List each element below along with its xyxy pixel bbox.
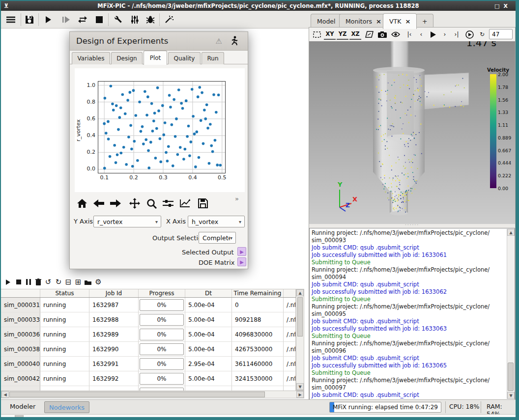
next-frame-icon[interactable]: › [439, 29, 451, 40]
panel-splitter[interactable]: ······ [309, 224, 515, 228]
table-row[interactable]: sim_000040running16329910%2.95e-04361146… [1, 357, 296, 371]
save-figure-icon[interactable] [196, 196, 210, 211]
close-button[interactable]: X [504, 3, 512, 9]
menu-icon[interactable] [4, 13, 18, 27]
nodeworks-mode-button[interactable]: Nodeworks [44, 401, 89, 413]
scroll-down-icon[interactable]: ▼ [296, 383, 304, 390]
table-row[interactable]: sim_000033running16329880%5.00e-04909218… [1, 312, 296, 327]
visibility-eye-icon[interactable] [390, 29, 402, 40]
queue-stop-icon[interactable] [14, 277, 24, 287]
undo-icon[interactable]: ↺ [43, 277, 53, 287]
doe-dialog[interactable]: Design of Experiments ⚠ VariablesDesignP… [69, 31, 248, 269]
first-frame-icon[interactable]: |‹ [404, 29, 415, 40]
scrollbar-thumb[interactable] [9, 392, 265, 397]
play-frames-icon[interactable] [427, 29, 439, 40]
table-row[interactable]: sim_000031running16329870%5.00e-040/.nf [1, 298, 296, 312]
camera-icon[interactable] [376, 29, 388, 40]
step-play-icon[interactable] [59, 13, 73, 27]
perspective-icon[interactable] [363, 29, 375, 40]
vtk-3d-view[interactable]: 1.47 s Velocity 2.001.781.561.331.110.88… [309, 41, 515, 224]
log-scrollbar[interactable]: ▲ ▼ [507, 229, 514, 399]
scroll-right-icon[interactable]: ▶ [296, 391, 304, 398]
delete-icon[interactable] [33, 277, 43, 287]
log-console[interactable]: Running project: /.nfs/home/3/jweber/mfi… [309, 228, 515, 400]
previous-frame-icon[interactable]: ‹ [415, 29, 427, 40]
tab-model[interactable]: Model [311, 14, 342, 28]
frame-number-input[interactable] [489, 29, 513, 39]
wrench-icon[interactable] [111, 13, 125, 27]
x-axis-select[interactable]: h_vortex▾ [188, 216, 245, 227]
queue-pause-icon[interactable] [24, 277, 33, 287]
view-xz-icon[interactable]: XZ [349, 29, 361, 40]
open-folder-icon[interactable] [83, 277, 93, 287]
column-header[interactable] [284, 289, 296, 297]
column-header[interactable]: Time Remaining [232, 289, 284, 297]
loop-icon[interactable] [76, 13, 89, 27]
window-controls[interactable]: □X [494, 3, 512, 9]
column-header[interactable]: Status [40, 289, 89, 297]
queue-play-icon[interactable] [3, 277, 13, 287]
doe-tab-design[interactable]: Design [111, 52, 143, 64]
scroll-left-icon[interactable]: ◀ [1, 391, 9, 398]
close-icon[interactable]: × [405, 18, 410, 25]
table-row[interactable]: sim_000042running16329920%5.00e-04324153… [1, 371, 296, 386]
toolbar-overflow[interactable]: » [235, 195, 239, 202]
play-loop-icon[interactable] [463, 29, 475, 40]
doe-tab-run[interactable]: Run [202, 52, 224, 64]
close-icon[interactable]: × [376, 18, 381, 25]
last-frame-icon[interactable]: ›| [451, 29, 462, 40]
modeler-mode-button[interactable]: Modeler [10, 403, 35, 410]
zoom-icon[interactable] [144, 196, 159, 211]
refresh-icon[interactable]: ↻ [476, 29, 488, 40]
output-selection-select[interactable]: Complete▾ [199, 232, 236, 244]
bug-icon[interactable] [144, 13, 157, 27]
doe-dialog-title[interactable]: Design of Experiments ⚠ [70, 32, 248, 51]
scroll-up-icon[interactable]: ▲ [296, 289, 304, 296]
y-axis-select[interactable]: r_vortex▾ [93, 216, 161, 227]
collapse-all-icon[interactable]: ⊟ [63, 277, 73, 287]
queue-hscrollbar[interactable]: ◀ ▶ [1, 391, 304, 398]
scrollbar-thumb[interactable] [297, 297, 303, 336]
view-yz-icon[interactable]: YZ [337, 29, 348, 40]
forward-icon[interactable] [108, 196, 123, 211]
play-icon[interactable] [41, 13, 55, 27]
settings-sliders-icon[interactable] [128, 13, 142, 27]
title-bar[interactable]: ⊻ MFiX-PIC - /.nfs/home/3/jweber/mfixPro… [1, 1, 516, 11]
runner-icon[interactable] [230, 36, 238, 46]
maximize-button[interactable]: □ [494, 3, 503, 9]
wizard-wand-icon[interactable] [162, 13, 176, 27]
table-row[interactable]: sim_000036running16329890%5.00e-04409683… [1, 327, 296, 342]
queue-vscrollbar[interactable]: ▲ ▼ [296, 289, 304, 391]
table-row[interactable]: sim_000038running16329900%5.00e-04426753… [1, 342, 296, 357]
tab-monitors[interactable]: Monitors× [339, 14, 388, 28]
doe-tab-quality[interactable]: Quality [168, 52, 201, 64]
job-queue-table[interactable]: StatusJob IdProgressDtTime Remainingsim_… [1, 289, 296, 391]
plot-figure[interactable]: r_vortex 0.10.20.30.40.5 0.00.20.40.60.8… [75, 68, 245, 192]
home-icon[interactable] [75, 196, 89, 211]
table-row[interactable]: sim_000045running16329930%5.00e-040/.nf [1, 386, 296, 391]
fit-view-icon[interactable] [311, 29, 323, 40]
column-header[interactable]: Dt [185, 289, 232, 297]
scroll-down-icon[interactable]: ▼ [507, 392, 515, 399]
column-header[interactable]: Job Id [89, 289, 139, 297]
gear-icon[interactable]: ⚙ [93, 277, 103, 287]
back-icon[interactable] [91, 196, 106, 211]
selected-output-expand-button[interactable]: ▶ [237, 247, 246, 256]
pan-icon[interactable] [127, 196, 142, 211]
stop-icon[interactable] [92, 13, 106, 27]
save-icon[interactable] [23, 13, 36, 27]
doe-matrix-expand-button[interactable]: ▶ [237, 257, 246, 266]
tab-new[interactable]: + [416, 14, 433, 28]
refresh-icon[interactable]: ↻ [54, 277, 63, 287]
subplot-config-icon[interactable] [161, 196, 175, 211]
expand-all-icon[interactable]: ⊞ [73, 277, 83, 287]
column-header[interactable]: Progress [139, 289, 185, 297]
column-header[interactable] [1, 289, 40, 297]
scrollbar-thumb[interactable] [508, 363, 514, 391]
doe-tab-plot[interactable]: Plot [144, 51, 167, 65]
scroll-up-icon[interactable]: ▲ [507, 229, 515, 236]
tab-vtk[interactable]: VTK× [383, 13, 417, 29]
axes-edit-icon[interactable] [177, 196, 192, 211]
doe-tab-variables[interactable]: Variables [72, 52, 110, 64]
view-xy-icon[interactable]: XY [324, 29, 336, 40]
